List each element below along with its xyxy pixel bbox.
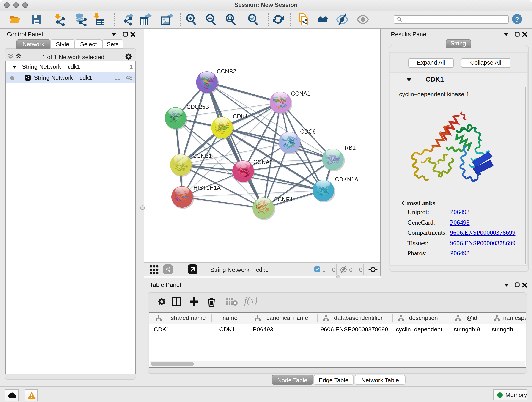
svg-text:HIST1H1A: HIST1H1A bbox=[193, 185, 221, 191]
svg-text:RB1: RB1 bbox=[345, 144, 356, 151]
svg-text:CCNB2: CCNB2 bbox=[217, 68, 236, 75]
svg-text:?: ? bbox=[515, 15, 519, 23]
svg-text:CCNB1: CCNB1 bbox=[192, 153, 212, 159]
svg-text:CCNA2: CCNA2 bbox=[253, 159, 273, 165]
svg-text:CCNA1: CCNA1 bbox=[291, 90, 310, 97]
svg-text:CDC25B: CDC25B bbox=[186, 104, 209, 110]
svg-text:CDKN1A: CDKN1A bbox=[335, 176, 358, 182]
svg-text:CDC6: CDC6 bbox=[300, 128, 316, 135]
svg-text:CCNE1: CCNE1 bbox=[273, 196, 293, 203]
svg-text:CDK1: CDK1 bbox=[233, 113, 248, 119]
